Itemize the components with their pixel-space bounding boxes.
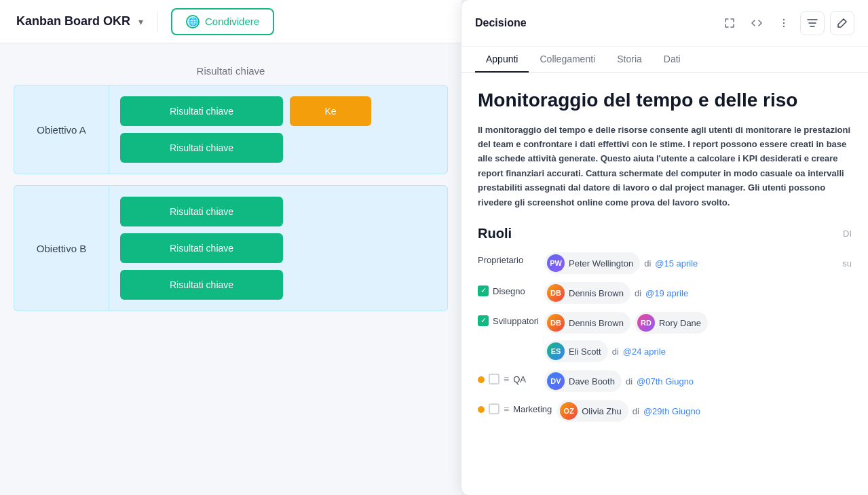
- table-icon-marketing: ≡: [504, 403, 509, 414]
- date-link-disegno[interactable]: @19 aprile: [645, 288, 688, 298]
- avatar-dennis-s: DB: [547, 314, 565, 332]
- di-text-disegno: di: [635, 288, 641, 298]
- person-chip-eli[interactable]: ES Eli Scott: [544, 340, 608, 362]
- card-description: Il monitoraggio del tempo e delle risors…: [478, 123, 852, 210]
- kr-button-b1[interactable]: Risultati chiave: [120, 197, 283, 226]
- decisione-header: Decisione: [461, 0, 868, 47]
- kanban-body: Risultati chiave Obiettivo A Risultati c…: [0, 43, 461, 495]
- person-chip-dennis-s[interactable]: DB Dennis Brown: [544, 312, 630, 334]
- role-row-sviluppatori: ✓ Sviluppatori DB Dennis Brown RD Rory D…: [478, 312, 852, 362]
- tab-collegamenti[interactable]: Collegamenti: [529, 47, 606, 73]
- svg-point-2: [783, 26, 785, 27]
- role-content-sviluppatori: DB Dennis Brown RD Rory Dane ES Eli Scot…: [544, 312, 852, 362]
- checkbox-sviluppatori[interactable]: ✓: [478, 315, 489, 326]
- objective-b-label: Obiettivo B: [14, 185, 109, 311]
- di-text-owner: di: [644, 258, 651, 269]
- edit-icon[interactable]: [830, 11, 854, 35]
- kr-button-a2[interactable]: Risultati chiave: [120, 133, 283, 163]
- role-content-qa: DV Dave Booth di @07th Giugno: [544, 370, 852, 392]
- date-link-qa[interactable]: @07th Giugno: [637, 376, 694, 387]
- date-link-owner[interactable]: @15 aprile: [655, 258, 698, 269]
- objective-row-a: Obiettivo A Risultati chiave Ke Risultat…: [14, 85, 448, 174]
- kr-row-b3: Risultati chiave: [120, 270, 436, 300]
- role-label-marketing: Marketing: [513, 401, 552, 414]
- avatar-rory: RD: [637, 314, 655, 332]
- avatar-dave: DV: [547, 372, 565, 390]
- svg-point-1: [783, 22, 785, 24]
- avatar-olivia: OZ: [560, 402, 578, 420]
- column-header: Risultati chiave: [14, 57, 448, 85]
- person-chip-dennis-d[interactable]: DB Dennis Brown: [544, 282, 630, 304]
- tab-appunti[interactable]: Appunti: [475, 47, 529, 73]
- share-button[interactable]: 🌐 Condividere: [171, 8, 274, 35]
- role-label-owner: Proprietario: [478, 252, 539, 265]
- role-content-marketing: OZ Olivia Zhu di @29th Giugno: [557, 400, 852, 422]
- checkbox-qa[interactable]: [489, 374, 499, 384]
- person-name-rory: Rory Dane: [659, 318, 701, 328]
- objective-row-b: Obiettivo B Risultati chiave Risultati c…: [14, 185, 448, 311]
- kr-button-a-orange[interactable]: Ke: [290, 96, 371, 126]
- kr-button-b2[interactable]: Risultati chiave: [120, 233, 283, 263]
- tab-dati[interactable]: Dati: [653, 47, 692, 73]
- key-results-cell-b: Risultati chiave Risultati chiave Risult…: [109, 185, 448, 311]
- di-text-marketing: di: [633, 406, 639, 416]
- role-label-qa: QA: [513, 372, 526, 384]
- key-results-cell-a: Risultati chiave Ke Risultati chiave: [109, 85, 448, 174]
- globe-icon: 🌐: [186, 15, 200, 28]
- header-actions: [719, 11, 854, 35]
- code-icon[interactable]: [746, 12, 768, 34]
- su-text-owner: su: [842, 258, 852, 269]
- di-text-qa: di: [626, 376, 633, 387]
- di-text-sviluppatori: di: [612, 346, 619, 357]
- avatar-peter: PW: [547, 254, 565, 272]
- person-name-dave: Dave Booth: [569, 376, 615, 387]
- expand-icon[interactable]: [719, 12, 740, 34]
- di-link[interactable]: DI: [843, 229, 852, 239]
- role-content-disegno: DB Dennis Brown di @19 aprile: [544, 282, 852, 304]
- kr-button-b3[interactable]: Risultati chiave: [120, 270, 283, 300]
- date-link-sviluppatori[interactable]: @24 aprile: [623, 346, 666, 357]
- card-main-title: Monitoraggio del tempo e delle riso: [478, 89, 852, 112]
- person-name-dennis-d: Dennis Brown: [569, 288, 624, 298]
- person-chip-rory[interactable]: RD Rory Dane: [635, 312, 708, 334]
- objective-a-label: Obiettivo A: [14, 85, 109, 174]
- kr-row-a2: Risultati chiave: [120, 133, 436, 163]
- checkbox-disegno[interactable]: ✓: [478, 285, 489, 296]
- role-row-owner: Proprietario PW Peter Wellington di @15 …: [478, 252, 852, 274]
- date-link-marketing[interactable]: @29th Giugno: [643, 406, 700, 416]
- person-chip-peter[interactable]: PW Peter Wellington: [544, 252, 640, 274]
- chevron-down-icon[interactable]: ▾: [138, 16, 143, 27]
- checkbox-marketing[interactable]: [489, 403, 499, 414]
- svg-point-0: [783, 19, 785, 20]
- kanban-title: Kanban Board OKR: [16, 14, 130, 28]
- person-name-peter: Peter Wellington: [569, 258, 633, 269]
- role-label-sviluppatori: Sviluppatori: [493, 313, 539, 326]
- roles-section-title: Ruoli: [478, 226, 512, 241]
- filter-icon[interactable]: [800, 11, 825, 35]
- dot-marketing: [478, 406, 485, 413]
- avatar-eli: ES: [547, 342, 565, 360]
- person-chip-olivia[interactable]: OZ Olivia Zhu: [557, 400, 628, 422]
- more-options-icon[interactable]: [773, 12, 795, 34]
- header-divider: [157, 11, 157, 33]
- person-name-eli: Eli Scott: [569, 346, 601, 357]
- role-label-disegno: Disegno: [493, 283, 525, 296]
- table-icon-qa: ≡: [504, 374, 509, 384]
- person-chip-dave[interactable]: DV Dave Booth: [544, 370, 622, 392]
- avatar-dennis-d: DB: [547, 284, 565, 302]
- kr-row-a1: Risultati chiave Ke: [120, 96, 436, 126]
- kanban-header: Kanban Board OKR ▾ 🌐 Condividere: [0, 0, 461, 43]
- tab-storia[interactable]: Storia: [606, 47, 653, 73]
- person-name-dennis-s: Dennis Brown: [569, 318, 624, 328]
- decisione-title: Decisione: [475, 17, 527, 29]
- decisione-content: Monitoraggio del tempo e delle riso Il m…: [461, 73, 868, 495]
- role-content-owner: PW Peter Wellington di @15 aprile su: [544, 252, 852, 274]
- dot-qa: [478, 376, 485, 383]
- roles-table: Proprietario PW Peter Wellington di @15 …: [478, 252, 852, 422]
- kr-button-a1[interactable]: Risultati chiave: [120, 96, 283, 126]
- role-row-marketing: ≡ Marketing OZ Olivia Zhu di @29th Giugn…: [478, 400, 852, 422]
- decisione-panel: Decisione: [461, 0, 868, 495]
- tabs-bar: Appunti Collegamenti Storia Dati: [461, 47, 868, 73]
- role-row-disegno: ✓ Disegno DB Dennis Brown di @19 aprile: [478, 282, 852, 304]
- kr-row-b1: Risultati chiave: [120, 197, 436, 226]
